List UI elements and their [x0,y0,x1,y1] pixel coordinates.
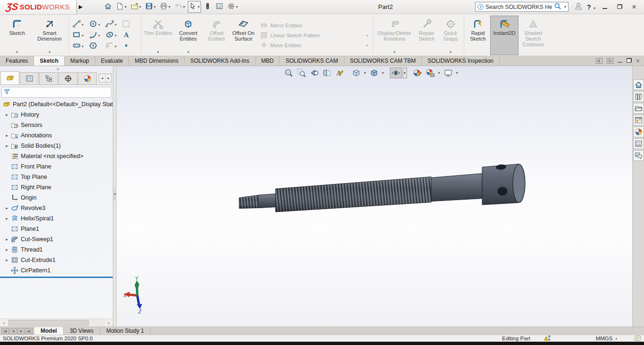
tree-item-origin[interactable]: Origin [0,193,113,203]
graphics-viewport[interactable]: A▾▾▾▾▾ [117,66,632,327]
tree-item-front-plane[interactable]: Front Plane [0,161,113,172]
panel-splitter[interactable]: ◂ [113,66,117,327]
restore-button[interactable] [614,3,625,10]
design-library-button[interactable] [633,91,644,102]
scrollbar-thumb[interactable] [8,320,89,326]
panel-tab-scroll-right[interactable]: ▸ [105,74,111,82]
smart-dimension-button[interactable]: Smart Dimension▾ [32,16,67,55]
scroll-left-arrow[interactable]: ‹ [0,320,8,326]
expand-arrow[interactable]: ▸ [4,206,10,210]
apply-scene-button-dropdown-arrow[interactable]: ▾ [437,71,441,75]
last-tab-button[interactable]: ▸| [25,328,33,334]
expand-arrow[interactable]: ▸ [4,112,10,117]
point-tool[interactable] [122,42,137,51]
slot-tool[interactable]: ▾ [73,42,88,51]
panel-drag-handle[interactable] [57,68,59,70]
rectangle-tool[interactable]: ▾ [73,31,88,40]
tree-item-revolve3[interactable]: ▸Revolve3 [0,203,113,213]
command-tab-solidworks-add-ins[interactable]: SOLIDWORKS Add-Ins [184,56,255,66]
ellipse-tool-flyout-arrow[interactable]: ▾ [115,34,117,38]
options-button[interactable]: ▾ [226,1,239,13]
tree-item-thread1[interactable]: ▸Thread1 [0,244,113,255]
search-dropdown-arrow[interactable]: ▾ [564,5,566,9]
tree-item-material-not-specified[interactable]: Material <not specified> [0,151,113,161]
expand-arrow[interactable]: ▸ [4,258,10,262]
featuremanager-tab[interactable] [0,71,19,84]
file-properties-button[interactable] [214,1,225,13]
command-tab-mbd[interactable]: MBD [256,56,280,66]
file-explorer-button[interactable] [633,103,644,114]
tree-horizontal-scrollbar[interactable]: ‹ › [0,319,113,327]
command-tab-mbd-dimensions[interactable]: MBD Dimensions [129,56,184,66]
convert-entities-button[interactable]: Convert Entities▾ [173,16,203,55]
scroll-right-arrow[interactable]: › [105,320,113,326]
minimize-button[interactable] [600,3,610,10]
view-orientation-button[interactable] [350,67,362,78]
threaded-shaft-model[interactable] [117,66,632,327]
configurationmanager-tab[interactable] [39,72,58,84]
collapse-right-pane-icon[interactable] [607,58,613,64]
command-tab-markup[interactable]: Markup [65,56,95,66]
doc-close-button[interactable]: × [636,57,640,65]
hide-show-items-button[interactable] [390,67,401,78]
rapid-sketch-button[interactable]: Rapid Sketch [466,16,490,55]
command-tab-solidworks-cam[interactable]: SOLIDWORKS CAM [280,56,344,66]
box-select-tool[interactable] [122,20,137,29]
collapse-left-pane-icon[interactable] [596,58,602,64]
linear-sketch-pattern-button[interactable]: Linear Sketch Pattern▾ [260,32,368,40]
select-tool-button-dropdown-arrow[interactable]: ▾ [198,5,200,9]
tree-item-right-plane[interactable]: Right Plane [0,182,113,193]
command-tab-sketch[interactable]: Sketch [34,56,64,66]
fillet-tool[interactable]: ▾ [106,42,121,51]
appearances-scenes-button[interactable] [633,126,644,137]
tree-item-cut-sweep1[interactable]: ▸Cut-Sweep1 [0,234,113,244]
view-settings-button-dropdown-arrow[interactable]: ▾ [455,71,459,75]
solidworks-resources-button[interactable] [633,79,644,90]
prev-tab-button[interactable]: ◂ [9,328,17,334]
home-button[interactable] [103,1,113,13]
options-button-dropdown-arrow[interactable]: ▾ [236,5,238,9]
zoom-to-fit-button[interactable] [283,67,294,78]
instant2d-button[interactable]: Instant2D [490,16,519,55]
command-tab-solidworks-cam-tbm[interactable]: SOLIDWORKS CAM TBM [344,56,422,66]
units-text[interactable]: MMGS [596,336,613,341]
displaymanager-tab[interactable] [78,72,97,84]
model-tab-model[interactable]: Model [34,327,64,335]
splitter-collapse-handle[interactable]: ◂ [113,188,117,200]
view-settings-button[interactable] [442,67,454,78]
solidworks-forum-button[interactable] [633,150,644,161]
quick-snaps-button[interactable]: Quick Snaps▾ [439,16,462,55]
dimxpertmanager-tab[interactable] [59,72,77,84]
repair-sketch-button[interactable]: Repair Sketch [414,16,439,55]
tree-item-plane1[interactable]: Plane1 [0,224,113,234]
command-tab-solidworks-inspection[interactable]: SOLIDWORKS Inspection [422,56,499,66]
mirror-entities-button[interactable]: Mirror Entities [260,22,368,30]
tree-filter-box[interactable] [1,87,111,98]
arc-tool[interactable]: ▾ [89,31,104,40]
spline-tool[interactable]: ▾ [106,20,121,29]
offset-entities-button[interactable]: Offset Entities [203,16,230,55]
search-box[interactable]: ? Search SOLIDWORKS Help ▾ [475,2,569,12]
open-file-button[interactable]: ▾ [129,1,142,13]
undo-button[interactable]: ▾ [173,1,186,13]
tree-item-helix-spiral1[interactable]: ▸Helix/Spiral1 [0,213,113,224]
polygon-tool[interactable] [89,42,104,51]
search-input[interactable]: Search SOLIDWORKS Help [485,4,552,10]
view-palette-button[interactable] [633,115,644,126]
spline-tool-flyout-arrow[interactable]: ▾ [115,23,117,27]
save-button-dropdown-arrow[interactable]: ▾ [154,5,156,9]
text-tool[interactable]: A [122,31,137,40]
help-button[interactable]: ? ▾ [587,3,595,11]
command-tab-features[interactable]: Features [0,56,34,66]
section-view-button[interactable] [321,67,333,78]
new-file-button-dropdown-arrow[interactable]: ▾ [125,5,126,9]
tree-item-history[interactable]: ▸History [0,109,113,120]
circle-tool[interactable]: ▾ [89,20,104,29]
slot-tool-flyout-arrow[interactable]: ▾ [82,44,84,49]
open-file-button-dropdown-arrow[interactable]: ▾ [139,5,141,9]
expand-arrow[interactable]: ▸ [4,133,10,138]
login-user-icon[interactable] [574,2,583,12]
panel-tab-scroll-left[interactable]: ◂ [99,74,105,82]
search-icon[interactable] [554,2,561,11]
shaded-sketch-contours-button[interactable]: Shaded Sketch Contours [519,16,548,55]
